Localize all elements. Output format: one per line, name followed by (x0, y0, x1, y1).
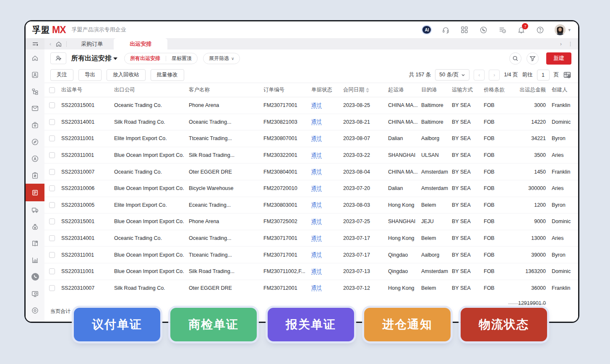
sidebar-item-workstation-icon[interactable] (26, 285, 44, 302)
page-size-select[interactable]: 50 条/页 (435, 69, 469, 81)
table-row[interactable]: SS220310006Blue Ocean Import Export Co.B… (44, 180, 578, 197)
table-row[interactable]: SS220311001Blue Ocean Import Export Co.S… (44, 263, 578, 280)
status-link[interactable]: 通过 (311, 252, 322, 257)
column-header[interactable]: 合同日期 (343, 86, 388, 94)
expand-filter-button[interactable]: 展开筛选∨ (203, 53, 240, 64)
row-checkbox[interactable] (49, 202, 55, 208)
status-link[interactable]: 通过 (311, 202, 322, 208)
cell-port: Qingdao (388, 268, 421, 274)
select-all-checkbox[interactable] (49, 87, 55, 93)
row-checkbox[interactable] (49, 218, 55, 224)
view-title[interactable]: 所有出运安排 (71, 54, 117, 63)
batch-edit-button[interactable]: 批量修改 (151, 69, 184, 81)
tab-purchase-orders[interactable]: 采购订单 (70, 38, 114, 49)
status-link[interactable]: 通过 (311, 119, 322, 125)
sidebar-item-finance-icon[interactable] (26, 218, 44, 235)
sidebar-item-compass-icon[interactable] (26, 133, 44, 150)
flow-button-4[interactable]: 进仓通知 (364, 308, 451, 341)
status-link[interactable]: 通过 (311, 135, 322, 141)
chevron-down-icon: ∨ (231, 56, 234, 61)
sidebar-item-settings-icon[interactable] (26, 302, 44, 319)
notification-bell-icon[interactable]: 7 (517, 26, 525, 34)
avatar-chevron-icon[interactable]: ▾ (568, 27, 571, 33)
table-row[interactable]: SS220311001Blue Ocean Import Export Co.T… (44, 247, 578, 263)
table-row[interactable]: SS220311001Elite Import Export Co.Ttcean… (44, 130, 578, 147)
headset-icon[interactable] (441, 26, 450, 34)
next-page-button[interactable]: › (489, 70, 500, 81)
follow-button[interactable]: 关注 (50, 69, 73, 81)
table-row[interactable]: SS220315001Blue Ocean Import Export Co.P… (44, 213, 578, 230)
recycle-button[interactable]: 放入回收站 (107, 69, 146, 81)
prev-page-button[interactable]: ‹ (474, 70, 485, 81)
table-row[interactable]: SS220311001Blue Ocean Import Export Co.S… (44, 147, 578, 164)
flow-button-3[interactable]: 报关单证 (268, 308, 354, 341)
status-link[interactable]: 通过 (311, 285, 322, 291)
sidebar-item-mail-icon[interactable] (26, 100, 44, 117)
sidebar-item-orders-icon[interactable] (26, 167, 44, 184)
goto-page-input[interactable]: 1 (537, 70, 550, 81)
sidebar-item-statistics-icon[interactable] (26, 252, 44, 268)
person-filter-button[interactable] (50, 52, 66, 64)
sidebar-collapse-icon[interactable] (26, 38, 44, 49)
sidebar-item-contacts-icon[interactable] (26, 66, 44, 83)
table-row[interactable]: SS220310007Oceanic Trading Co.Oter EGGER… (44, 164, 578, 180)
export-button[interactable]: 导出 (78, 69, 102, 81)
ai-assistant-icon[interactable]: AI (422, 26, 431, 34)
flow-button-5[interactable]: 物流状态 (461, 308, 547, 341)
row-checkbox[interactable] (49, 235, 55, 241)
search-button[interactable] (509, 52, 521, 65)
tab-back-icon[interactable]: ‹ (50, 41, 51, 47)
status-link[interactable]: 通过 (311, 152, 322, 158)
sidebar-item-home-icon[interactable] (26, 49, 44, 66)
row-checkbox[interactable] (49, 119, 55, 125)
cell-transport: BY SEA (452, 218, 484, 224)
whatsapp-icon[interactable] (479, 26, 487, 34)
create-button[interactable]: 新建 (546, 52, 571, 65)
status-link[interactable]: 通过 (311, 268, 322, 274)
row-checkbox[interactable] (49, 102, 55, 108)
help-icon[interactable] (536, 26, 544, 34)
status-link[interactable]: 通过 (311, 169, 322, 174)
row-checkbox[interactable] (49, 268, 55, 274)
row-checkbox[interactable] (49, 152, 55, 158)
home-icon[interactable] (55, 41, 62, 47)
table-row[interactable]: SS220315001Oceanic Trading Co.Phone Aren… (44, 97, 578, 114)
filter-all-shipping[interactable]: 所有出运安排 (125, 53, 166, 64)
sort-icon[interactable] (366, 88, 369, 93)
status-link[interactable]: 通过 (311, 185, 322, 191)
row-checkbox[interactable] (49, 252, 55, 258)
sidebar-item-products-icon[interactable] (26, 117, 44, 133)
filter-funnel-button[interactable] (527, 52, 539, 65)
row-checkbox[interactable] (49, 135, 55, 141)
table-row[interactable]: SS220310007Silk Road Trading Co.Oter EGG… (44, 280, 578, 297)
sidebar-item-logistics-icon[interactable] (26, 201, 44, 218)
flow-button-2[interactable]: 商检单证 (170, 308, 257, 341)
apps-grid-icon[interactable] (460, 26, 469, 34)
cell-dest: ULSAN (421, 152, 452, 158)
table-row[interactable]: SS220314001Silk Road Trading Co.Oceanic … (44, 114, 578, 131)
sidebar-item-reports-icon[interactable] (26, 235, 44, 252)
task-history-icon[interactable] (498, 26, 506, 34)
sidebar-item-documents-icon[interactable] (26, 184, 44, 201)
user-avatar[interactable] (555, 24, 566, 35)
sidebar-item-marketing-icon[interactable] (26, 150, 44, 167)
tab-shipping-arrangement[interactable]: 出运安排 (114, 38, 167, 49)
flow-button-1[interactable]: 议付单证 (74, 308, 160, 341)
filter-starred[interactable]: 星标置顶 (166, 53, 197, 64)
tab-more-icon[interactable]: ⋮ (568, 41, 573, 47)
status-link[interactable]: 通过 (311, 102, 322, 108)
status-link[interactable]: 通过 (311, 235, 322, 241)
row-checkbox[interactable] (49, 185, 55, 191)
sidebar-item-whatsapp-icon[interactable] (26, 268, 44, 285)
status-link[interactable]: 通过 (311, 218, 322, 224)
table-row[interactable]: SS220310005Elite Import Export Co.Eceani… (44, 197, 578, 214)
table-row[interactable]: SS220314001Oceanic Trading Co.Oceanic Tr… (44, 230, 578, 247)
cell-transport: BY SEA (452, 185, 484, 191)
tab-forward-icon[interactable]: › (560, 41, 562, 47)
cell-creator: Franklin (547, 285, 578, 291)
row-checkbox[interactable] (49, 169, 55, 175)
column-settings-icon[interactable] (563, 71, 571, 79)
cell-date: 2023-08-04 (343, 169, 388, 175)
sidebar-item-org-chart-icon[interactable] (26, 83, 44, 100)
row-checkbox[interactable] (49, 285, 55, 291)
